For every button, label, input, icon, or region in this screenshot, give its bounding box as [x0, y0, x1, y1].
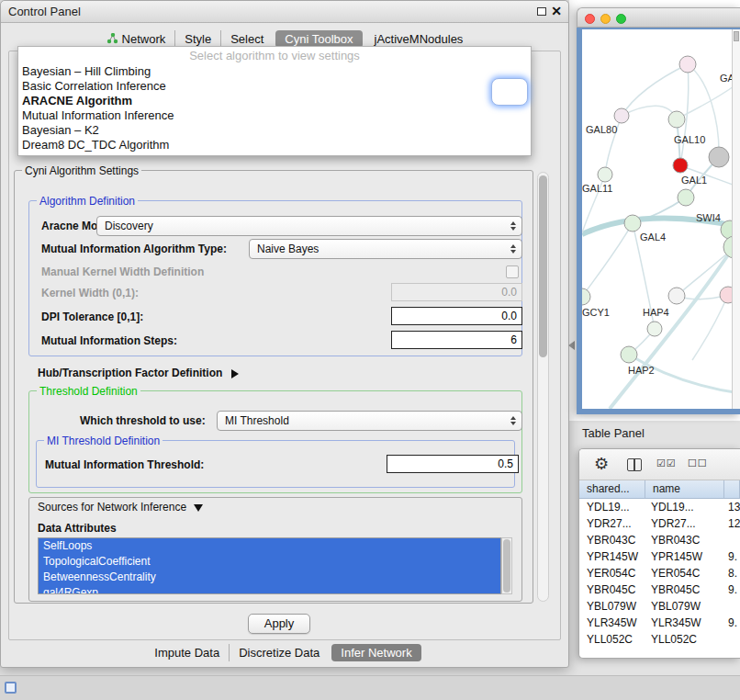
dpi-tolerance-field[interactable]	[391, 307, 522, 325]
tab-style[interactable]: Style	[174, 30, 220, 48]
network-node[interactable]	[668, 288, 685, 304]
columns-icon[interactable]	[627, 458, 642, 471]
cell-name: YBL079W	[645, 598, 724, 615]
tab-select[interactable]: Select	[220, 30, 273, 48]
gear-icon[interactable]: ⚙	[594, 454, 609, 474]
scrollbar-thumb[interactable]	[539, 175, 547, 357]
kernel-width-field[interactable]	[391, 283, 522, 301]
mi-threshold-field[interactable]	[387, 455, 519, 473]
which-threshold-combo[interactable]: MI Threshold	[217, 411, 522, 431]
column-header-shared-name[interactable]: shared...	[579, 480, 645, 498]
network-node[interactable]	[709, 147, 729, 167]
tab-network[interactable]: Network	[97, 30, 175, 48]
mi-type-combo[interactable]: Naive Bayes	[249, 239, 522, 259]
dropdown-item[interactable]: Basic Correlation Inference	[18, 79, 531, 94]
network-canvas[interactable]: GAL80GAL10GAL11GAL1SWI4GAL4GCY1HAP4HAP2G…	[582, 29, 740, 409]
cell-extra: 9.	[724, 615, 740, 631]
hub-section-toggle[interactable]: Hub/Transcription Factor Definition	[38, 363, 239, 383]
aracne-mode-combo[interactable]: Discovery	[96, 216, 522, 236]
mi-threshold-label: Mutual Information Threshold:	[45, 455, 204, 475]
splitter-collapse-icon[interactable]	[568, 341, 575, 350]
close-icon[interactable]: ✕	[551, 4, 562, 18]
bottom-tab-bar: Impute Data Discretize Data Infer Networ…	[1, 644, 568, 661]
table-row[interactable]: YLL052C YLL052C	[579, 631, 740, 648]
sources-toggle[interactable]: Sources for Network Inference	[38, 497, 203, 517]
network-node-label: GAL4	[640, 231, 666, 243]
dropdown-item-selected[interactable]: ARACNE Algorithm	[18, 94, 531, 108]
cell-name: YER054C	[645, 565, 724, 581]
tab-label: Network	[122, 32, 166, 46]
dropdown-item[interactable]: Bayesian – K2	[18, 123, 531, 138]
settings-scrollbar[interactable]	[537, 172, 549, 602]
attributes-list-scrollbar[interactable]	[501, 537, 512, 594]
mi-steps-field[interactable]	[391, 331, 522, 349]
network-node[interactable]	[668, 111, 685, 128]
tab-impute-data[interactable]: Impute Data	[145, 644, 229, 661]
network-node[interactable]	[647, 322, 662, 336]
network-node-label: HAP2	[628, 365, 655, 376]
table-row[interactable]: YLR345W YLR345W 9.	[579, 615, 740, 631]
cell-extra: 13	[724, 499, 740, 515]
network-node[interactable]	[614, 108, 629, 123]
table-row[interactable]: YBL079W YBL079W	[579, 598, 740, 615]
cell-extra: 8.	[724, 565, 740, 581]
focused-widget-fragment[interactable]	[491, 78, 528, 106]
attribute-list-item[interactable]: BetweennessCentrality	[39, 570, 500, 585]
network-window-titlebar[interactable]	[577, 7, 740, 28]
deselect-all-checkboxes-icon[interactable]: ☐☐	[688, 457, 708, 469]
manual-kernel-checkbox[interactable]	[506, 265, 519, 278]
network-node[interactable]	[582, 288, 590, 305]
scrollbar-thumb[interactable]	[503, 539, 510, 593]
float-window-icon[interactable]	[537, 7, 546, 16]
table-row[interactable]: YER054C YER054C 8.	[579, 565, 740, 581]
network-node[interactable]	[621, 346, 637, 363]
network-node[interactable]	[678, 189, 694, 206]
tab-infer-network[interactable]: Infer Network	[331, 644, 420, 661]
column-header-name[interactable]: name	[645, 480, 724, 498]
bottom-dock-strip	[0, 675, 740, 700]
network-tab-icon	[107, 33, 118, 44]
table-row[interactable]: YDR27... YDR27... 12	[579, 515, 740, 532]
network-scrollbar[interactable]	[732, 29, 740, 409]
zoom-traffic-light-icon[interactable]	[616, 14, 626, 24]
network-node[interactable]	[624, 215, 641, 231]
scrollbar-thumb[interactable]	[734, 31, 739, 41]
table-row[interactable]: YPR145W YPR145W 9.	[579, 548, 740, 565]
tab-cyni-toolbox[interactable]: Cyni Toolbox	[275, 30, 362, 48]
algorithm-dropdown-popup: Select algorithm to view settings Bayesi…	[17, 46, 532, 156]
dropdown-item[interactable]: Dream8 DC_TDC Algorithm	[18, 138, 531, 152]
network-view-frame: GAL80GAL10GAL11GAL1SWI4GAL4GCY1HAP4HAP2G…	[577, 28, 740, 414]
attribute-list-item[interactable]: SelfLoops	[39, 538, 500, 554]
docked-panel-icon[interactable]	[5, 682, 17, 694]
network-node[interactable]	[598, 167, 612, 182]
network-node[interactable]	[679, 56, 696, 73]
network-node-label: GAL1	[681, 175, 707, 186]
select-all-checkboxes-icon[interactable]: ☑☑	[656, 457, 677, 469]
table-body: YDL19... YDL19... 13 YDR27... YDR27... 1…	[579, 499, 740, 648]
group-title: Cyni Algorithm Settings	[22, 164, 141, 177]
tab-discretize-data[interactable]: Discretize Data	[229, 644, 329, 661]
table-row[interactable]: YDL19... YDL19... 13	[579, 499, 740, 515]
cell-name: YLR345W	[645, 615, 724, 631]
network-node-label: GAL10	[674, 134, 705, 145]
network-view-window: GAL80GAL10GAL11GAL1SWI4GAL4GCY1HAP4HAP2G…	[577, 7, 740, 414]
table-row[interactable]: YBR045C YBR045C 9.	[579, 581, 740, 598]
tab-jactivemnodules[interactable]: jActiveMNodules	[365, 30, 473, 48]
apply-button[interactable]: Apply	[248, 614, 310, 634]
kernel-width-label: Kernel Width (0,1):	[41, 283, 139, 303]
dropdown-item[interactable]: Mutual Information Inference	[18, 108, 531, 123]
network-edge	[692, 295, 728, 360]
minimize-traffic-light-icon[interactable]	[600, 14, 611, 24]
screen: Control Panel ✕ Network Style Select Cyn…	[0, 0, 740, 700]
column-header-extra[interactable]	[724, 480, 740, 498]
table-row[interactable]: YBR043C YBR043C	[579, 532, 740, 548]
window-title: Control Panel	[8, 5, 81, 18]
group-title: Threshold Definition	[37, 385, 140, 398]
dropdown-item[interactable]: Bayesian – Hill Climbing	[18, 64, 531, 79]
control-panel-titlebar[interactable]: Control Panel ✕	[1, 1, 568, 23]
attribute-list-item[interactable]: gal4RGexp	[39, 585, 500, 594]
attribute-list-item[interactable]: TopologicalCoefficient	[39, 554, 500, 570]
close-traffic-light-icon[interactable]	[585, 14, 595, 24]
network-node[interactable]	[673, 158, 688, 173]
combo-arrows-icon	[510, 416, 516, 425]
